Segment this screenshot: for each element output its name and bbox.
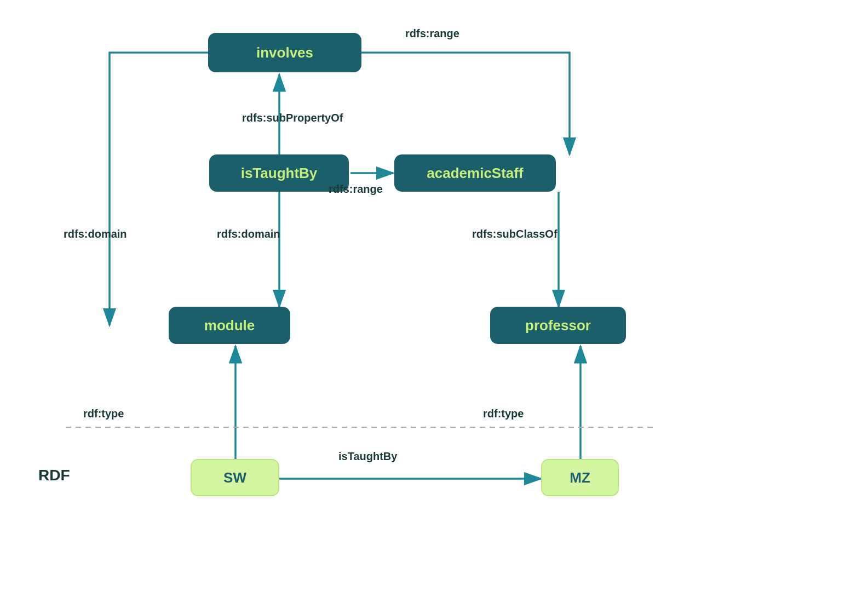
diagram: involves isTaughtBy academicStaff module… xyxy=(0,0,868,597)
label-rdfs-subproperty: rdfs:subPropertyOf xyxy=(242,112,343,124)
label-rdf-type-left: rdf:type xyxy=(83,407,124,420)
node-professor: professor xyxy=(490,307,626,344)
label-rdfs-range-mid: rdfs:range xyxy=(329,183,383,196)
arrows-layer xyxy=(0,0,868,597)
arrow-involves-academicstaff xyxy=(361,53,570,154)
node-istaught: isTaughtBy xyxy=(209,154,349,192)
node-module: module xyxy=(169,307,290,344)
label-rdfs-subclass: rdfs:subClassOf xyxy=(472,228,557,240)
node-mz: MZ xyxy=(541,459,619,496)
label-rdfs-domain-left: rdfs:domain xyxy=(64,228,127,240)
label-rdfs-range-top: rdfs:range xyxy=(405,27,459,40)
arrow-involves-module xyxy=(110,53,208,325)
node-involves: involves xyxy=(208,33,361,72)
label-istaught-edge: isTaughtBy xyxy=(338,450,397,463)
label-rdfs-domain-right: rdfs:domain xyxy=(217,228,280,240)
label-rdf-type-right: rdf:type xyxy=(483,407,524,420)
node-academic: academicStaff xyxy=(394,154,556,192)
node-sw: SW xyxy=(191,459,279,496)
rdf-section-label: RDF xyxy=(38,467,70,484)
